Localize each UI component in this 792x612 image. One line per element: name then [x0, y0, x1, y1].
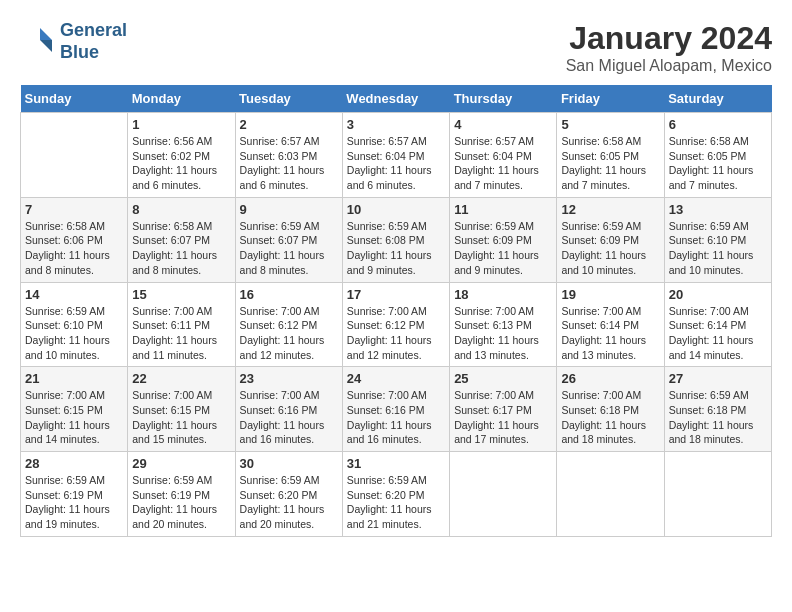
- calendar-cell: 2Sunrise: 6:57 AMSunset: 6:03 PMDaylight…: [235, 113, 342, 198]
- day-info: Sunrise: 6:59 AMSunset: 6:18 PMDaylight:…: [669, 388, 767, 447]
- calendar-cell: 24Sunrise: 7:00 AMSunset: 6:16 PMDayligh…: [342, 367, 449, 452]
- calendar-day-header: Friday: [557, 85, 664, 113]
- calendar-cell: 29Sunrise: 6:59 AMSunset: 6:19 PMDayligh…: [128, 452, 235, 537]
- day-number: 11: [454, 202, 552, 217]
- logo-text: General Blue: [60, 20, 127, 63]
- calendar-header-row: SundayMondayTuesdayWednesdayThursdayFrid…: [21, 85, 772, 113]
- calendar-cell: 14Sunrise: 6:59 AMSunset: 6:10 PMDayligh…: [21, 282, 128, 367]
- calendar-cell: 21Sunrise: 7:00 AMSunset: 6:15 PMDayligh…: [21, 367, 128, 452]
- logo: General Blue: [20, 20, 127, 63]
- main-title: January 2024: [566, 20, 772, 57]
- day-info: Sunrise: 7:00 AMSunset: 6:12 PMDaylight:…: [240, 304, 338, 363]
- calendar-day-header: Sunday: [21, 85, 128, 113]
- calendar-cell: 18Sunrise: 7:00 AMSunset: 6:13 PMDayligh…: [450, 282, 557, 367]
- day-number: 31: [347, 456, 445, 471]
- day-info: Sunrise: 7:00 AMSunset: 6:17 PMDaylight:…: [454, 388, 552, 447]
- day-info: Sunrise: 6:59 AMSunset: 6:07 PMDaylight:…: [240, 219, 338, 278]
- calendar-cell: 25Sunrise: 7:00 AMSunset: 6:17 PMDayligh…: [450, 367, 557, 452]
- day-number: 3: [347, 117, 445, 132]
- day-number: 15: [132, 287, 230, 302]
- day-info: Sunrise: 7:00 AMSunset: 6:16 PMDaylight:…: [240, 388, 338, 447]
- svg-marker-1: [40, 40, 52, 52]
- calendar-cell: 8Sunrise: 6:58 AMSunset: 6:07 PMDaylight…: [128, 197, 235, 282]
- calendar-cell: 23Sunrise: 7:00 AMSunset: 6:16 PMDayligh…: [235, 367, 342, 452]
- calendar-cell: 20Sunrise: 7:00 AMSunset: 6:14 PMDayligh…: [664, 282, 771, 367]
- day-info: Sunrise: 7:00 AMSunset: 6:15 PMDaylight:…: [25, 388, 123, 447]
- day-info: Sunrise: 6:59 AMSunset: 6:10 PMDaylight:…: [669, 219, 767, 278]
- day-number: 13: [669, 202, 767, 217]
- day-number: 14: [25, 287, 123, 302]
- day-number: 27: [669, 371, 767, 386]
- day-number: 22: [132, 371, 230, 386]
- day-number: 6: [669, 117, 767, 132]
- day-info: Sunrise: 7:00 AMSunset: 6:15 PMDaylight:…: [132, 388, 230, 447]
- calendar-cell: 31Sunrise: 6:59 AMSunset: 6:20 PMDayligh…: [342, 452, 449, 537]
- day-number: 5: [561, 117, 659, 132]
- calendar-day-header: Monday: [128, 85, 235, 113]
- day-number: 25: [454, 371, 552, 386]
- calendar-cell: 26Sunrise: 7:00 AMSunset: 6:18 PMDayligh…: [557, 367, 664, 452]
- subtitle: San Miguel Aloapam, Mexico: [566, 57, 772, 75]
- calendar-cell: 19Sunrise: 7:00 AMSunset: 6:14 PMDayligh…: [557, 282, 664, 367]
- logo-icon: [20, 24, 56, 60]
- calendar-cell: 22Sunrise: 7:00 AMSunset: 6:15 PMDayligh…: [128, 367, 235, 452]
- day-number: 21: [25, 371, 123, 386]
- calendar-week-row: 1Sunrise: 6:56 AMSunset: 6:02 PMDaylight…: [21, 113, 772, 198]
- calendar-cell: 1Sunrise: 6:56 AMSunset: 6:02 PMDaylight…: [128, 113, 235, 198]
- calendar-cell: 28Sunrise: 6:59 AMSunset: 6:19 PMDayligh…: [21, 452, 128, 537]
- day-number: 29: [132, 456, 230, 471]
- day-info: Sunrise: 6:57 AMSunset: 6:04 PMDaylight:…: [454, 134, 552, 193]
- calendar-week-row: 7Sunrise: 6:58 AMSunset: 6:06 PMDaylight…: [21, 197, 772, 282]
- day-info: Sunrise: 6:58 AMSunset: 6:07 PMDaylight:…: [132, 219, 230, 278]
- calendar-cell: 6Sunrise: 6:58 AMSunset: 6:05 PMDaylight…: [664, 113, 771, 198]
- day-info: Sunrise: 6:58 AMSunset: 6:05 PMDaylight:…: [669, 134, 767, 193]
- page-header: General Blue January 2024 San Miguel Alo…: [20, 20, 772, 75]
- day-number: 19: [561, 287, 659, 302]
- calendar-week-row: 14Sunrise: 6:59 AMSunset: 6:10 PMDayligh…: [21, 282, 772, 367]
- day-number: 23: [240, 371, 338, 386]
- day-number: 30: [240, 456, 338, 471]
- day-info: Sunrise: 6:59 AMSunset: 6:08 PMDaylight:…: [347, 219, 445, 278]
- day-info: Sunrise: 6:57 AMSunset: 6:04 PMDaylight:…: [347, 134, 445, 193]
- day-number: 10: [347, 202, 445, 217]
- day-info: Sunrise: 7:00 AMSunset: 6:12 PMDaylight:…: [347, 304, 445, 363]
- day-info: Sunrise: 7:00 AMSunset: 6:13 PMDaylight:…: [454, 304, 552, 363]
- day-number: 26: [561, 371, 659, 386]
- day-info: Sunrise: 6:59 AMSunset: 6:20 PMDaylight:…: [347, 473, 445, 532]
- day-number: 4: [454, 117, 552, 132]
- calendar-table: SundayMondayTuesdayWednesdayThursdayFrid…: [20, 85, 772, 537]
- day-number: 28: [25, 456, 123, 471]
- day-info: Sunrise: 6:58 AMSunset: 6:05 PMDaylight:…: [561, 134, 659, 193]
- calendar-cell: 10Sunrise: 6:59 AMSunset: 6:08 PMDayligh…: [342, 197, 449, 282]
- day-info: Sunrise: 6:59 AMSunset: 6:19 PMDaylight:…: [25, 473, 123, 532]
- calendar-day-header: Saturday: [664, 85, 771, 113]
- day-info: Sunrise: 7:00 AMSunset: 6:16 PMDaylight:…: [347, 388, 445, 447]
- day-number: 17: [347, 287, 445, 302]
- day-number: 8: [132, 202, 230, 217]
- calendar-cell: 17Sunrise: 7:00 AMSunset: 6:12 PMDayligh…: [342, 282, 449, 367]
- day-info: Sunrise: 7:00 AMSunset: 6:14 PMDaylight:…: [561, 304, 659, 363]
- calendar-day-header: Thursday: [450, 85, 557, 113]
- title-section: January 2024 San Miguel Aloapam, Mexico: [566, 20, 772, 75]
- calendar-cell: 13Sunrise: 6:59 AMSunset: 6:10 PMDayligh…: [664, 197, 771, 282]
- day-number: 2: [240, 117, 338, 132]
- calendar-cell: 12Sunrise: 6:59 AMSunset: 6:09 PMDayligh…: [557, 197, 664, 282]
- calendar-cell: 30Sunrise: 6:59 AMSunset: 6:20 PMDayligh…: [235, 452, 342, 537]
- calendar-cell: 3Sunrise: 6:57 AMSunset: 6:04 PMDaylight…: [342, 113, 449, 198]
- day-info: Sunrise: 6:57 AMSunset: 6:03 PMDaylight:…: [240, 134, 338, 193]
- svg-marker-0: [40, 28, 52, 40]
- calendar-cell: 16Sunrise: 7:00 AMSunset: 6:12 PMDayligh…: [235, 282, 342, 367]
- calendar-day-header: Tuesday: [235, 85, 342, 113]
- day-info: Sunrise: 6:59 AMSunset: 6:20 PMDaylight:…: [240, 473, 338, 532]
- day-info: Sunrise: 6:59 AMSunset: 6:10 PMDaylight:…: [25, 304, 123, 363]
- day-info: Sunrise: 6:58 AMSunset: 6:06 PMDaylight:…: [25, 219, 123, 278]
- calendar-cell: 9Sunrise: 6:59 AMSunset: 6:07 PMDaylight…: [235, 197, 342, 282]
- day-number: 9: [240, 202, 338, 217]
- calendar-cell: 4Sunrise: 6:57 AMSunset: 6:04 PMDaylight…: [450, 113, 557, 198]
- day-number: 7: [25, 202, 123, 217]
- day-info: Sunrise: 6:59 AMSunset: 6:19 PMDaylight:…: [132, 473, 230, 532]
- calendar-cell: [557, 452, 664, 537]
- day-info: Sunrise: 6:59 AMSunset: 6:09 PMDaylight:…: [454, 219, 552, 278]
- day-info: Sunrise: 7:00 AMSunset: 6:14 PMDaylight:…: [669, 304, 767, 363]
- calendar-week-row: 21Sunrise: 7:00 AMSunset: 6:15 PMDayligh…: [21, 367, 772, 452]
